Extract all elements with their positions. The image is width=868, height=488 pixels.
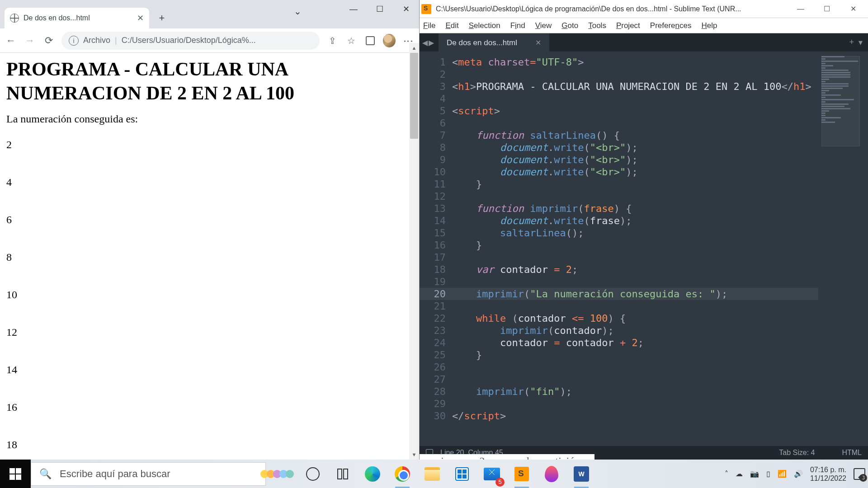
- meetnow-icon[interactable]: 📷: [750, 469, 759, 478]
- number-item: 14: [6, 364, 413, 376]
- chrome-app-icon[interactable]: [392, 463, 413, 485]
- gutter-line: 30: [420, 410, 452, 422]
- cortana-button[interactable]: [302, 463, 324, 485]
- gutter-line: 29: [420, 398, 452, 410]
- code-line: document.write(frase);: [452, 215, 818, 227]
- paint-app-icon[interactable]: [541, 463, 562, 485]
- taskview-button[interactable]: [332, 463, 354, 485]
- back-button[interactable]: ←: [5, 34, 17, 47]
- menu-file[interactable]: File: [423, 21, 435, 30]
- menu-edit[interactable]: Edit: [445, 21, 458, 30]
- code-area[interactable]: <meta charset="UTF-8"> <h1>PROGRAMA - CA…: [452, 56, 818, 446]
- chrome-page-content: PROGRAMA - CALCULAR UNA NUMERACION DE 2 …: [0, 53, 419, 460]
- code-line: [452, 190, 818, 202]
- bookmark-star-icon[interactable]: ☆: [345, 34, 358, 47]
- menu-selection[interactable]: Selection: [469, 21, 500, 30]
- windows-logo-icon: [9, 468, 21, 480]
- new-tab-button[interactable]: +: [154, 10, 170, 26]
- gutter-line: 12: [420, 190, 452, 202]
- address-bar[interactable]: i Archivo | C:/Users/Usuario/Desktop/Lóg…: [61, 32, 320, 50]
- sublime-window: C:\Users\Usuario\Desktop\Lógica de progr…: [420, 0, 868, 460]
- number-item: 2: [6, 139, 413, 151]
- scroll-thumb[interactable]: [410, 53, 418, 139]
- sublime-tab-active[interactable]: De dos en dos...html ✕: [439, 33, 549, 52]
- minimap-viewport[interactable]: [821, 56, 860, 146]
- taskbar-search[interactable]: 🔍 Escribe aquí para buscar: [31, 462, 266, 486]
- store-app-icon[interactable]: [451, 463, 473, 485]
- chrome-close-button[interactable]: ✕: [393, 0, 419, 18]
- code-line: document.write("<br>");: [452, 166, 818, 178]
- chrome-window-controls: — ☐ ✕: [340, 0, 419, 18]
- gutter-line: 25: [420, 349, 452, 361]
- chrome-tab-active[interactable]: De dos en dos...html ✕: [5, 8, 149, 28]
- code-line: while (contador <= 100) {: [452, 312, 818, 324]
- forward-button[interactable]: →: [24, 34, 36, 47]
- menu-find[interactable]: Find: [510, 21, 525, 30]
- sublime-editor[interactable]: 1 2 3 4 5 6 7 8 9 10 11 12 13 14 15 16 1…: [420, 52, 868, 446]
- code-line: <h1>PROGRAMA - CALCULAR UNA NUMERACION D…: [452, 80, 818, 93]
- chrome-maximize-button[interactable]: ☐: [367, 0, 393, 18]
- sublime-maximize-button[interactable]: ☐: [814, 0, 840, 18]
- word-app-icon[interactable]: W: [571, 463, 592, 485]
- reload-button[interactable]: ⟳: [42, 34, 55, 47]
- menu-view[interactable]: View: [535, 21, 552, 30]
- status-language[interactable]: HTML: [842, 449, 862, 457]
- menu-help[interactable]: Help: [702, 21, 717, 30]
- page-intro: La numeración conseguida es:: [6, 113, 413, 125]
- onedrive-icon[interactable]: ☁: [736, 469, 743, 478]
- code-line: contador = contador + 2;: [452, 337, 818, 349]
- taskbar-clock[interactable]: 07:16 p. m. 11/12/2022: [810, 465, 846, 483]
- sublime-app-icon[interactable]: [511, 463, 533, 485]
- menu-goto[interactable]: Goto: [561, 21, 578, 30]
- site-info-icon[interactable]: i: [69, 36, 79, 46]
- profile-avatar[interactable]: [383, 34, 396, 47]
- clock-time: 07:16 p. m.: [810, 465, 846, 474]
- battery-icon[interactable]: ▯: [766, 469, 770, 478]
- close-tab-icon[interactable]: ✕: [137, 13, 144, 23]
- sublime-tab-close-icon[interactable]: ✕: [535, 38, 541, 47]
- share-icon[interactable]: ⇪: [326, 34, 339, 47]
- sublime-close-button[interactable]: ✕: [840, 0, 866, 18]
- number-item: 18: [6, 439, 413, 451]
- code-line: <meta charset="UTF-8">: [452, 56, 818, 68]
- scroll-down-icon[interactable]: ▼: [409, 450, 419, 460]
- chrome-minimize-button[interactable]: —: [340, 0, 367, 18]
- minimap[interactable]: [821, 56, 860, 192]
- sublime-add-tab-icon[interactable]: +: [849, 38, 854, 47]
- mail-app-icon[interactable]: 5: [481, 463, 503, 485]
- sublime-logo-icon: [421, 4, 431, 14]
- menu-project[interactable]: Project: [616, 21, 640, 30]
- number-item: 10: [6, 289, 413, 301]
- number-item: 12: [6, 326, 413, 338]
- sublime-tab-menu-icon[interactable]: ▾: [859, 38, 863, 47]
- code-line: [452, 93, 818, 105]
- volume-icon[interactable]: 🔊: [794, 469, 803, 478]
- tab-search-chevron-icon[interactable]: ⌄: [294, 6, 302, 17]
- chrome-scrollbar[interactable]: ▲ ▼: [409, 53, 419, 460]
- code-line: document.write("<br>");: [452, 154, 818, 166]
- search-icon: 🔍: [39, 468, 52, 480]
- menu-tools[interactable]: Tools: [588, 21, 606, 30]
- explorer-app-icon[interactable]: [421, 463, 443, 485]
- code-line: [452, 300, 818, 312]
- wifi-icon[interactable]: 📶: [778, 469, 787, 478]
- number-item: 4: [6, 176, 413, 188]
- number-item: 6: [6, 214, 413, 226]
- sublime-tab-label: De dos en dos...html: [447, 38, 517, 47]
- address-label: Archivo: [83, 36, 110, 45]
- tray-overflow-icon[interactable]: ˄: [725, 469, 728, 478]
- scroll-up-icon[interactable]: ▲: [409, 43, 419, 53]
- start-button[interactable]: [0, 460, 31, 488]
- edge-app-icon[interactable]: [362, 463, 383, 485]
- status-tabsize[interactable]: Tab Size: 4: [779, 449, 815, 457]
- number-item: 16: [6, 401, 413, 413]
- gutter-line: 20: [420, 288, 452, 300]
- sublime-nav-back-icon[interactable]: ◀: [422, 38, 428, 47]
- sublime-minimize-button[interactable]: —: [788, 0, 814, 18]
- device-icon[interactable]: [364, 34, 377, 47]
- sublime-nav-forward-icon[interactable]: ▶: [429, 38, 434, 47]
- menu-preferences[interactable]: Preferences: [650, 21, 692, 30]
- code-line: }: [452, 349, 818, 361]
- code-line: imprimir("La numeración conseguida es: "…: [452, 288, 818, 300]
- notifications-icon[interactable]: 8: [854, 468, 865, 480]
